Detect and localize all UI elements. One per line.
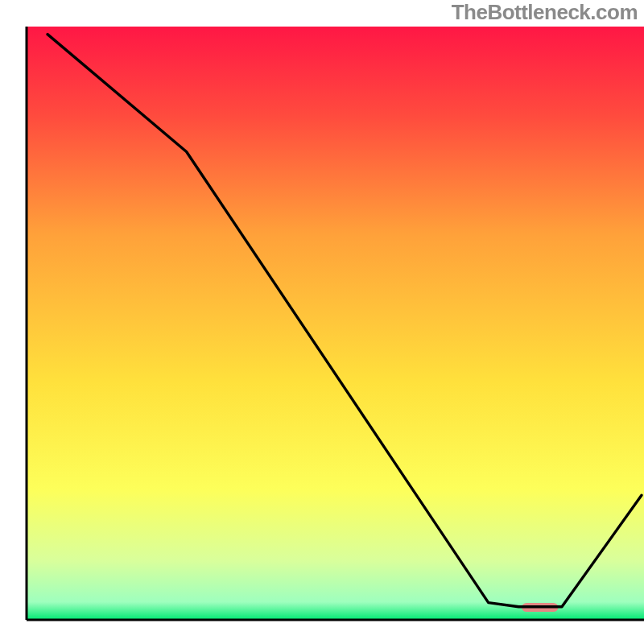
plot-background <box>27 27 644 620</box>
chart-container: TheBottleneck.com <box>0 0 644 644</box>
watermark-text: TheBottleneck.com <box>452 0 638 25</box>
chart-svg <box>0 0 644 644</box>
